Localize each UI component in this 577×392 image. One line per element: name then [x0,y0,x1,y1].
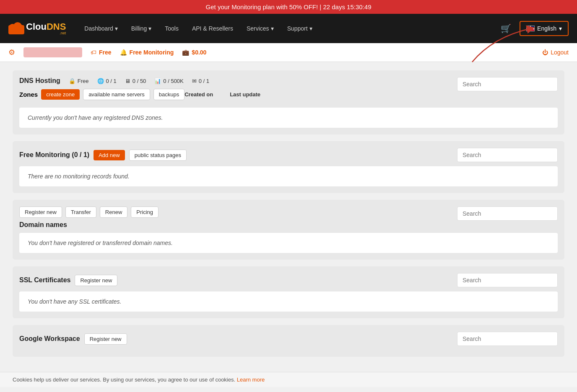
transfer-domain-button[interactable]: Transfer [65,206,96,218]
chevron-down-icon: ▾ [115,25,118,32]
create-zone-button[interactable]: create zone [41,89,80,100]
badge-icon: 🏷 [91,49,96,56]
dns-stats-row: DNS Hosting 🔒 Free 🌐 0 / 1 🖥 0 / 50 [19,77,269,85]
dns-hosting-title: DNS Hosting [19,77,60,85]
backups-button[interactable]: backups [153,89,185,100]
nav-dashboard[interactable]: Dashboard ▾ [78,22,124,35]
logout-button[interactable]: ⏻ Logout [542,49,569,56]
dns-hosting-section: DNS Hosting 🔒 Free 🌐 0 / 1 🖥 0 / 50 [13,70,564,134]
available-ns-button[interactable]: available name servers [83,89,150,100]
nav-api-resellers[interactable]: API & Resellers [186,22,239,35]
stat-extra: ✉ 0 / 1 [192,78,209,84]
nav-links: Dashboard ▾ Billing ▾ Tools API & Resell… [78,22,497,35]
gw-search-input[interactable] [457,332,558,346]
nav-support[interactable]: Support ▾ [281,22,318,35]
cart-button[interactable]: 🛒 [497,20,515,37]
nav-right: 🛒 English ▾ [497,20,569,37]
zones-label: Zones [19,91,38,98]
register-new-domain-button[interactable]: Register new [19,206,62,218]
gw-title-row: Google Workspace Register new [19,333,127,345]
sub-header: ⚙ 🏷 Free 🔔 Free Monitoring 💼 $0.00 ⏻ Log… [0,43,577,62]
register-ssl-button[interactable]: Register new [75,275,117,286]
monitoring-icon: 🔔 [120,49,127,56]
stat-zones: 🌐 0 / 1 [97,78,117,84]
nav-services[interactable]: Services ▾ [241,22,280,35]
pricing-button[interactable]: Pricing [131,206,159,218]
chevron-down-icon: ▾ [309,25,312,32]
language-button[interactable]: English ▾ [520,21,569,36]
add-monitoring-button[interactable]: Add new [94,150,125,160]
ssl-title: SSL Certificates [19,276,70,284]
domain-buttons-row: Register new Transfer Renew Pricing [19,206,159,218]
logo[interactable]: ClouDNS .net [8,22,66,36]
dns-hosting-header: DNS Hosting 🔒 Free 🌐 0 / 1 🖥 0 / 50 [19,77,558,103]
promo-banner: Get your Monitoring plan with 50% OFF! |… [0,0,577,14]
username-bar [23,47,82,57]
email-icon: ✉ [192,78,197,84]
ssl-title-row: SSL Certificates Register new [19,275,117,286]
wallet-icon: 💼 [182,49,189,56]
zones-columns: Created on Last update [185,91,269,98]
monitoring-title: Free Monitoring (0 / 1) [19,151,89,159]
chart-icon: 📊 [154,78,161,84]
shield-icon: 🔒 [69,78,75,84]
zones-left: Zones create zone available name servers… [19,89,185,100]
settings-item[interactable]: ⚙ [8,48,15,57]
svg-point-3 [18,25,24,30]
nav-billing[interactable]: Billing ▾ [125,22,157,35]
google-workspace-header: Google Workspace Register new [19,332,558,346]
ssl-section: SSL Certificates Register new You don't … [13,266,564,318]
monitoring-header: Free Monitoring (0 / 1) Add new public s… [19,148,558,162]
monitoring-empty-message: There are no monitoring records found. [19,166,558,186]
domain-names-header: Register new Transfer Renew Pricing Doma… [19,206,558,229]
navbar: ClouDNS .net Dashboard ▾ Billing ▾ Tools… [0,14,577,43]
monitoring-title-row: Free Monitoring (0 / 1) Add new public s… [19,150,187,161]
stat-plan: 🔒 Free [69,78,89,84]
learn-more-link[interactable]: Learn more [237,377,265,383]
ssl-search-input[interactable] [457,273,558,287]
google-workspace-title: Google Workspace [19,335,80,343]
cookie-bar: Cookies help us deliver our services. By… [0,372,577,387]
domain-search-input[interactable] [457,206,558,221]
register-gw-button[interactable]: Register new [84,333,127,345]
last-update-label: Last update [230,91,260,98]
main-content: DNS Hosting 🔒 Free 🌐 0 / 1 🖥 0 / 50 [0,62,577,372]
chevron-down-icon: ▾ [271,25,274,32]
monitoring-section: Free Monitoring (0 / 1) Add new public s… [13,141,564,193]
chevron-down-icon: ▾ [148,25,151,32]
power-icon: ⏻ [542,49,548,56]
nav-tools[interactable]: Tools [159,22,185,35]
stat-queries: 📊 0 / 500K [154,78,183,84]
monitoring-search-input[interactable] [457,148,558,162]
chevron-down-icon: ▾ [559,25,562,32]
stat-records: 🖥 0 / 50 [125,78,146,84]
renew-domain-button[interactable]: Renew [100,206,127,218]
domain-empty-message: You don't have registered or transferred… [19,233,558,253]
server-icon: 🖥 [125,78,130,84]
google-workspace-section: Google Workspace Register new [13,325,564,357]
zones-row: Zones create zone available name servers… [19,89,269,100]
domain-names-title: Domain names [19,221,67,228]
ssl-empty-message: You don't have any SSL certificates. [19,291,558,312]
domain-names-section: Register new Transfer Renew Pricing Doma… [13,200,564,260]
created-on-label: Created on [185,91,213,98]
globe-icon: 🌐 [97,78,104,84]
ssl-header: SSL Certificates Register new [19,273,558,287]
dns-search-input[interactable] [457,77,558,91]
balance-badge[interactable]: 💼 $0.00 [182,49,206,56]
plan-badge[interactable]: 🏷 Free [91,49,112,56]
public-status-button[interactable]: public status pages [129,150,187,161]
monitoring-badge[interactable]: 🔔 Free Monitoring [120,49,174,56]
gear-icon: ⚙ [8,48,15,57]
dns-empty-message: Currently you don't have any registered … [19,108,558,128]
